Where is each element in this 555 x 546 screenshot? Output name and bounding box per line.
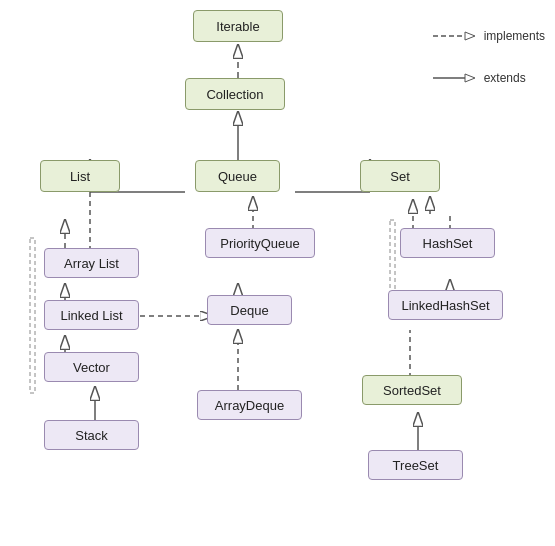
node-sortedset: SortedSet <box>362 375 462 405</box>
legend-implements: implements <box>433 25 545 47</box>
node-linkedhashset: LinkedHashSet <box>388 290 503 320</box>
node-list: List <box>40 160 120 192</box>
svg-rect-23 <box>30 238 35 393</box>
node-set: Set <box>360 160 440 192</box>
svg-marker-26 <box>465 32 475 40</box>
node-iterable: Iterable <box>193 10 283 42</box>
node-collection: Collection <box>185 78 285 110</box>
node-linkedlist: Linked List <box>44 300 139 330</box>
node-queue: Queue <box>195 160 280 192</box>
node-priorityqueue: PriorityQueue <box>205 228 315 258</box>
node-stack: Stack <box>44 420 139 450</box>
svg-marker-28 <box>465 74 475 82</box>
node-treeset: TreeSet <box>368 450 463 480</box>
node-vector: Vector <box>44 352 139 382</box>
node-arraydeque: ArrayDeque <box>197 390 302 420</box>
node-arraylist: Array List <box>44 248 139 278</box>
diagram-container: Iterable Collection List Queue Set Array… <box>0 0 555 546</box>
node-hashset: HashSet <box>400 228 495 258</box>
legend-extends: extends <box>433 67 545 89</box>
legend: implements extends <box>433 25 545 109</box>
node-deque: Deque <box>207 295 292 325</box>
